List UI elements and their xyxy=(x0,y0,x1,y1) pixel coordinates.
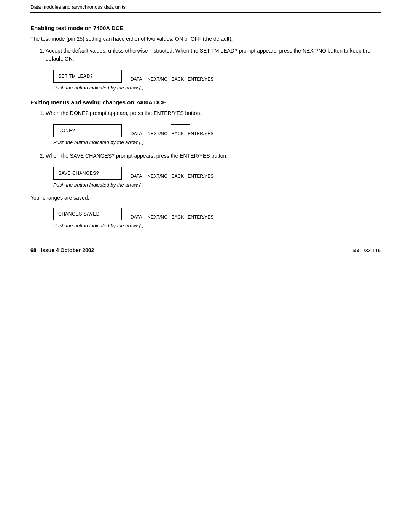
prompt-box-changes-saved: CHANGES SAVED xyxy=(53,208,122,220)
label-enteryes-1: ENTER/YES xyxy=(186,76,215,83)
button-panel-4: DATA NEXT/NO BACK ENTER/YES xyxy=(129,208,215,220)
section-exiting-menus: Exiting menus and saving changes on 7400… xyxy=(30,99,381,228)
label-nextno-3: NEXT/NO xyxy=(145,173,169,180)
footer: 68 Issue 4 October 2002 555-233-116 xyxy=(30,244,381,253)
label-enteryes-3: ENTER/YES xyxy=(186,173,215,180)
header-bar: Data modules and asynchronous data units xyxy=(30,0,381,13)
section1-title: Enabling test mode on 7400A DCE xyxy=(30,25,381,31)
btn-labels-4: NEXT/NO BACK ENTER/YES xyxy=(145,214,215,220)
btn-labels-1: NEXT/NO BACK ENTER/YES xyxy=(145,76,215,83)
between-text: Your changes are saved. xyxy=(30,195,381,201)
section1-step1: Accept the default values, unless otherw… xyxy=(46,47,381,63)
caption-3: Push the button indicated by the arrow (… xyxy=(53,182,381,188)
diagram-done: DONE? DATA NEXT/NO BACK ENTER/YES xyxy=(53,124,381,137)
prompt-box-done: DONE? xyxy=(53,124,122,137)
label-data-3: DATA xyxy=(129,173,144,180)
diagram-set-tm-lead: SET TM LEAD? DATA NEXT/NO BACK ENTER/YES xyxy=(53,70,381,83)
btn-labels-3: NEXT/NO BACK ENTER/YES xyxy=(145,173,215,180)
label-nextno-4: NEXT/NO xyxy=(145,214,169,220)
diagram-changes-saved: CHANGES SAVED DATA NEXT/NO BACK ENTER/YE… xyxy=(53,208,381,220)
button-panel-2: DATA NEXT/NO BACK ENTER/YES xyxy=(129,124,215,137)
section2-title: Exiting menus and saving changes on 7400… xyxy=(30,99,381,105)
label-data-1: DATA xyxy=(129,76,144,83)
button-panel-1: DATA NEXT/NO BACK ENTER/YES xyxy=(129,70,215,83)
section-enabling-test-mode: Enabling test mode on 7400A DCE The test… xyxy=(30,25,381,91)
button-panel-3: DATA NEXT/NO BACK ENTER/YES xyxy=(129,167,215,180)
label-enteryes-4: ENTER/YES xyxy=(186,214,215,220)
label-data-4: DATA xyxy=(129,214,144,220)
caption-4: Push the button indicated by the arrow (… xyxy=(53,223,381,228)
label-back-1: BACK xyxy=(170,76,186,83)
label-nextno-1: NEXT/NO xyxy=(145,76,169,83)
diagram-save-changes: SAVE CHANGES? DATA NEXT/NO BACK ENTER/YE… xyxy=(53,167,381,180)
label-back-2: BACK xyxy=(170,130,186,137)
bracket-4 xyxy=(171,208,190,214)
btn-labels-2: NEXT/NO BACK ENTER/YES xyxy=(145,130,215,137)
label-nextno-2: NEXT/NO xyxy=(145,130,169,137)
section2-step1: When the DONE? prompt appears, press the… xyxy=(46,109,381,117)
bracket-2 xyxy=(171,124,190,130)
label-back-3: BACK xyxy=(170,173,186,180)
section2-step2: When the SAVE CHANGES? prompt appears, p… xyxy=(46,152,381,160)
caption-2: Push the button indicated by the arrow (… xyxy=(53,139,381,145)
section2-steps: When the DONE? prompt appears, press the… xyxy=(38,109,381,117)
header-title: Data modules and asynchronous data units xyxy=(30,4,126,10)
footer-page-number: 68 Issue 4 October 2002 xyxy=(30,247,94,253)
bracket-1 xyxy=(171,70,190,76)
prompt-box-save-changes: SAVE CHANGES? xyxy=(53,167,122,180)
caption-1: Push the button indicated by the arrow (… xyxy=(53,85,381,91)
bracket-3 xyxy=(171,167,190,173)
section1-body: The test-mode (pin 25) setting can have … xyxy=(30,35,381,43)
section2-step2-list: When the SAVE CHANGES? prompt appears, p… xyxy=(38,152,381,160)
label-back-4: BACK xyxy=(170,214,186,220)
prompt-box-set-tm-lead: SET TM LEAD? xyxy=(53,70,122,83)
label-enteryes-2: ENTER/YES xyxy=(186,130,215,137)
footer-doc-number: 555-233-116 xyxy=(352,248,381,253)
section1-steps: Accept the default values, unless otherw… xyxy=(38,47,381,63)
label-data-2: DATA xyxy=(129,130,144,137)
